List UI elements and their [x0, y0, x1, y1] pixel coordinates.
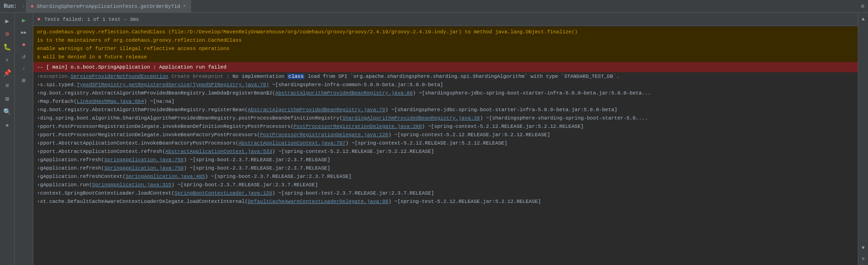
sidebar-grid-icon[interactable]: ⊞ [1, 93, 13, 105]
log-line-7: ‹pport.PostProcessorRegistrationDelegate… [33, 131, 858, 139]
log-link-10[interactable]: SpringApplication.java:758 [104, 157, 184, 163]
test-fail-icon: ● [31, 3, 34, 10]
log-line-5: ‹ding.spring.boot.algorithm.ShardingAlgo… [33, 114, 858, 122]
log-link-5[interactable]: ShardingAlgorithmProvidedBeanRegistry.ja… [342, 115, 480, 121]
log-link-9[interactable]: AbstractApplicationContext.java:533 [165, 149, 272, 154]
log-link-2[interactable]: AbstractAlgorithmProvidedBeanRegistry.ja… [275, 90, 413, 96]
exception-link[interactable]: ServiceProviderNotFoundException [71, 74, 168, 79]
log-link-4[interactable]: AbstractAlgorithmProvidedBeanRegistry.ja… [248, 107, 385, 113]
log-line-12: ‹gApplication.refreshContext(SpringAppli… [33, 172, 858, 181]
warning-line-3: enable warnings of further illegal refle… [37, 44, 854, 53]
warning-line-2: is to the maintainers of org.codehaus.gr… [37, 36, 854, 44]
run-label: Run: [0, 3, 21, 10]
log-link-11[interactable]: SpringApplication.java:750 [104, 165, 184, 171]
log-link-7[interactable]: PostProcessorRegistrationDelegate.java:1… [260, 132, 388, 138]
error-block: -- [ main] o.s.boot.SpringApplication : … [33, 62, 858, 72]
tab-bar: Run: › ● ShardingSphereProApplicationTes… [0, 0, 868, 13]
sort-button[interactable]: ↕ [18, 63, 31, 74]
log-link-13[interactable]: SpringApplication.java:315 [92, 182, 172, 188]
play-button[interactable]: ▶ [18, 15, 31, 26]
log-link-3[interactable]: LinkedHashMap.java:684 [77, 99, 144, 104]
log-line-9: ‹pport.AbstractApplicationContext.refres… [33, 147, 858, 156]
tab-title: ShardingSphereProApplicationTests.getOrd… [37, 4, 180, 9]
log-line-8: ‹pport.AbstractApplicationContext.invoke… [33, 139, 858, 147]
rerun-button[interactable]: ↺ [18, 51, 31, 62]
expand-button[interactable]: ▶▶ [18, 27, 31, 38]
status-text: Tests failed: 1 of 1 test – 3ms [44, 17, 139, 22]
status-fail-icon: ● [37, 16, 41, 23]
fail-indicator: ● [18, 39, 31, 50]
log-line-15: ‹xt.cache.DefaultCacheAwareContextLoader… [33, 197, 858, 206]
right-icon-1[interactable]: ≡ [859, 255, 868, 263]
sidebar-list-icon[interactable]: ≡ [1, 80, 13, 92]
log-line-11: ‹gApplication.refresh(SpringApplication.… [33, 164, 858, 172]
log-line-6: ‹pport.PostProcessorRegistrationDelegate… [33, 122, 858, 131]
right-toolbar: ▲ ▼ ≡ [858, 13, 868, 265]
log-line-3: ‹Map.forEach(LinkedHashMap.java:684) ~[n… [33, 97, 858, 106]
log-line-1: ‹s.spi.typed.TypedSPIRegistry.getRegiste… [33, 81, 858, 89]
log-line-2: ‹ng.boot.registry.AbstractAlgorithmProvi… [33, 89, 858, 97]
error-line-1: -- [ main] o.s.boot.SpringApplication : … [37, 63, 854, 71]
warning-line-1: org.codehaus.groovy.reflection.CachedCla… [37, 28, 854, 36]
main-layout: ▶ ⊘ 🐛 ⚡ 📌 ≡ ⊞ 🔍 ★ ▶ ▶▶ ● ↺ ↕ ⊞ ● Tests f… [0, 13, 868, 265]
content-area: ● Tests failed: 1 of 1 test – 3ms org.co… [33, 13, 858, 265]
log-link-12[interactable]: SpringApplication.java:405 [125, 174, 205, 179]
log-line-13: ‹gApplication.run(SpringApplication.java… [33, 181, 858, 189]
log-link-15[interactable]: DefaultCacheAwareContextLoaderDelegate.j… [248, 199, 388, 204]
control-panel: ▶ ▶▶ ● ↺ ↕ ⊞ [15, 13, 33, 265]
log-link-1[interactable]: TypedSPIRegistry.getRegisteredService(Ty… [77, 82, 269, 88]
sidebar-coverage-icon[interactable]: ⚡ [1, 54, 13, 66]
sidebar-run-icon[interactable]: ▶ [1, 15, 13, 27]
log-line-14: ‹context.SpringBootContextLoader.loadCon… [33, 189, 858, 197]
sidebar-star-icon[interactable]: ★ [1, 119, 13, 131]
scroll-down-button[interactable]: ▼ [859, 244, 868, 252]
log-line-10: ‹gApplication.refresh(SpringApplication.… [33, 156, 858, 164]
scroll-up-button[interactable]: ▲ [859, 15, 868, 23]
left-sidebar: ▶ ⊘ 🐛 ⚡ 📌 ≡ ⊞ 🔍 ★ [0, 13, 15, 265]
warning-line-4: s will be denied in a future release [37, 53, 854, 61]
status-bar: ● Tests failed: 1 of 1 test – 3ms [33, 13, 858, 26]
sidebar-stop-icon[interactable]: ⊘ [1, 28, 13, 40]
settings-icon[interactable]: ⚙ [861, 3, 864, 10]
active-tab[interactable]: ● ShardingSphereProApplicationTests.getO… [26, 0, 191, 13]
sidebar-search-icon[interactable]: 🔍 [1, 106, 13, 118]
sidebar-debug-icon[interactable]: 🐛 [1, 41, 13, 53]
log-link-8[interactable]: AbstractApplicationContext.java:707 [239, 140, 346, 146]
log-area[interactable]: org.codehaus.groovy.reflection.CachedCla… [33, 26, 858, 265]
log-line-4: ‹ng.boot.registry.AbstractAlgorithmProvi… [33, 106, 858, 114]
sidebar-pin-icon[interactable]: 📌 [1, 67, 13, 79]
tab-close-button[interactable]: × [183, 4, 186, 9]
log-link-6[interactable]: PostProcessorRegistrationDelegate.java:2… [294, 124, 422, 129]
log-link-14[interactable]: SpringBootContextLoader.java:120 [174, 190, 272, 196]
filter-button[interactable]: ⊞ [18, 75, 31, 86]
log-line-exception: ‹exception.ServiceProviderNotFoundExcept… [33, 72, 858, 81]
warning-block: org.codehaus.groovy.reflection.CachedCla… [33, 27, 858, 62]
